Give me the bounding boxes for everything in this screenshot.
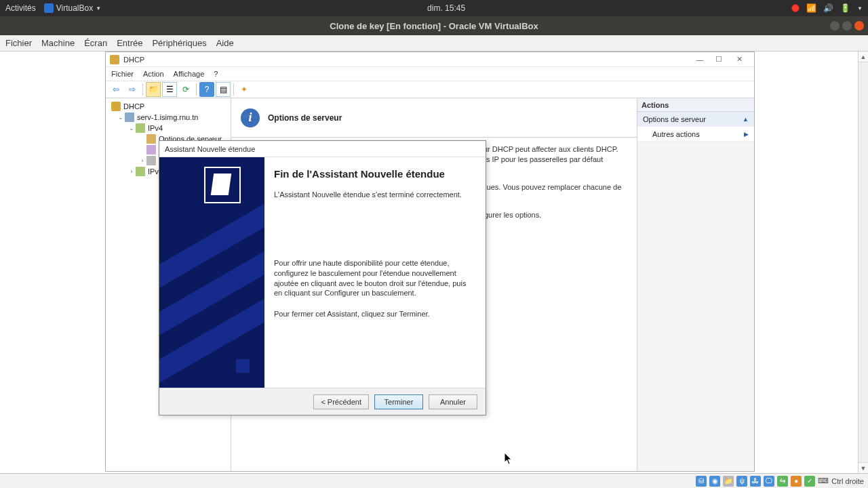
record-icon[interactable]: ● — [791, 476, 802, 487]
hostkey: Ctrl droite — [831, 477, 864, 485]
maximize-button[interactable]: ☐ — [709, 54, 728, 66]
ipv6-icon — [136, 167, 145, 176]
menu-fichier[interactable]: Fichier — [111, 70, 134, 78]
guest-display: ▲ ▼ DHCP — ☐ ✕ Fichier Action Affichage … — [0, 52, 868, 488]
menu-fichier[interactable]: Fichier — [5, 38, 32, 48]
menu-ecran[interactable]: Écran — [84, 38, 107, 48]
minimize-button[interactable] — [830, 21, 840, 30]
close-button[interactable] — [854, 21, 864, 30]
minimize-button[interactable]: — — [690, 54, 709, 66]
refresh-icon[interactable]: ⟳ — [178, 82, 193, 97]
network-icon[interactable]: 📶 — [806, 3, 816, 13]
guest-additions-icon[interactable]: ✓ — [804, 476, 815, 487]
menu-help[interactable]: ? — [214, 70, 218, 78]
info-icon: i — [241, 108, 260, 127]
vbox-window-title: Clone de key [En fonction] - Oracle VM V… — [330, 21, 538, 31]
dhcp-menubar: Fichier Action Affichage ? — [106, 67, 754, 81]
shared-icon[interactable]: ⇆ — [777, 476, 788, 487]
folder-up-icon[interactable]: 📁 — [146, 82, 161, 97]
back-button[interactable]: ⇦ — [108, 82, 123, 97]
tree-label: serv-1.isimg.rnu.tn — [137, 113, 198, 121]
vbox-titlebar: Clone de key [En fonction] - Oracle VM V… — [0, 16, 868, 35]
menu-action[interactable]: Action — [143, 70, 164, 78]
system-menu-icon[interactable]: ▼ — [857, 5, 863, 12]
finish-button[interactable]: Terminer — [374, 394, 423, 409]
hd-icon[interactable]: ⛁ — [696, 476, 707, 487]
wizard-text: L'Assistant Nouvelle étendue s'est termi… — [274, 190, 476, 200]
server-icon — [125, 113, 134, 122]
help-icon[interactable]: ? — [199, 82, 214, 97]
menu-machine[interactable]: Machine — [41, 38, 75, 48]
battery-icon[interactable]: 🔋 — [840, 3, 850, 13]
dhcp-titlebar[interactable]: DHCP — ☐ ✕ — [106, 52, 754, 67]
wizard-titlebar[interactable]: Assistant Nouvelle étendue — [159, 141, 486, 157]
app-name: VirtualBox — [56, 3, 93, 13]
action-label: Options de serveur — [643, 115, 706, 123]
wizard-heading: Fin de l'Assistant Nouvelle étendue — [274, 168, 476, 180]
folder-icon[interactable]: 📁 — [723, 476, 734, 487]
menu-peripheriques[interactable]: Périphériques — [152, 38, 206, 48]
keyboard-icon[interactable]: ⌨ — [818, 476, 829, 485]
wizard-text: Pour offrir une haute disponibilité pour… — [274, 258, 476, 298]
usb-icon[interactable]: ψ — [736, 476, 747, 487]
tree-ipv4[interactable]: ⌄ IPv4 — [108, 123, 228, 134]
chevron-down-icon: ▼ — [96, 5, 101, 12]
vbox-menu: Fichier Machine Écran Entrée Périphériqu… — [0, 35, 868, 52]
vbox-statusbar: ⛁ ◉ 📁 ψ 🖧 🖵 ⇆ ● ✓ ⌨ Ctrl droite — [0, 473, 868, 488]
display-icon[interactable]: 🖵 — [764, 476, 774, 487]
scroll-up-icon[interactable]: ▲ — [859, 52, 868, 62]
tree-server[interactable]: ⌄ serv-1.isimg.rnu.tn — [108, 112, 228, 123]
app-menu[interactable]: VirtualBox ▼ — [44, 3, 101, 13]
virtualbox-icon — [44, 3, 54, 13]
tree-root-dhcp[interactable]: DHCP — [108, 101, 228, 112]
options-icon — [146, 134, 156, 144]
maximize-button[interactable] — [842, 21, 852, 30]
wizard-text: Pour fermer cet Assistant, cliquez sur T… — [274, 309, 476, 319]
wizard-dialog: Assistant Nouvelle étendue Fin de l'Assi… — [159, 140, 486, 415]
network-icon[interactable]: 🖧 — [750, 476, 761, 487]
menu-aide[interactable]: Aide — [216, 38, 234, 48]
collapse-icon[interactable]: ⌄ — [127, 125, 136, 131]
action-label: Autres actions — [643, 130, 700, 138]
volume-icon[interactable]: 🔊 — [823, 3, 833, 13]
ipv4-icon — [136, 123, 145, 133]
wizard-content: Fin de l'Assistant Nouvelle étendue L'As… — [264, 157, 486, 388]
wizard-icon[interactable]: ✦ — [237, 82, 252, 97]
clock[interactable]: dim. 15:45 — [101, 3, 791, 13]
back-button[interactable]: < Précédent — [313, 394, 369, 409]
chevron-right-icon: ▶ — [744, 131, 749, 138]
expand-icon[interactable]: › — [138, 157, 146, 164]
dhcp-icon — [111, 102, 121, 111]
collapse-icon[interactable]: ⌄ — [117, 114, 125, 121]
action-autres[interactable]: Autres actions ▶ — [637, 127, 754, 142]
actions-header: Actions — [637, 98, 754, 112]
wizard-banner — [159, 157, 264, 388]
center-header: i Options de serveur — [231, 98, 637, 138]
dhcp-toolbar: ⇦ ⇨ 📁 ☰ ⟳ ? ▤ ✦ — [106, 81, 754, 98]
action-options-serveur[interactable]: Options de serveur ▲ — [637, 112, 754, 127]
strategies-icon — [146, 145, 156, 155]
scroll-down-icon[interactable]: ▼ — [859, 462, 868, 473]
vertical-scrollbar[interactable]: ▲ ▼ — [858, 52, 868, 473]
close-button[interactable]: ✕ — [728, 54, 750, 66]
wizard-button-row: < Précédent Terminer Annuler — [159, 388, 486, 415]
list-icon[interactable]: ▤ — [216, 82, 231, 97]
filter-icon — [146, 156, 156, 165]
forward-button[interactable]: ⇨ — [125, 82, 140, 97]
cancel-button[interactable]: Annuler — [429, 394, 477, 409]
record-icon[interactable] — [791, 4, 800, 12]
properties-icon[interactable]: ☰ — [162, 82, 177, 97]
page-title: Options de serveur — [268, 113, 342, 123]
tree-label: IPv4 — [148, 124, 163, 132]
tree-label: DHCP — [123, 102, 144, 110]
dhcp-window-title: DHCP — [123, 56, 144, 64]
chevron-up-icon: ▲ — [743, 116, 749, 123]
cd-icon[interactable]: ◉ — [709, 476, 720, 487]
menu-entree[interactable]: Entrée — [117, 38, 142, 48]
dhcp-app-icon — [110, 55, 119, 64]
ubuntu-top-bar: Activités VirtualBox ▼ dim. 15:45 📶 🔊 🔋 … — [0, 0, 868, 16]
expand-icon[interactable]: › — [127, 168, 136, 175]
activities-button[interactable]: Activités — [5, 3, 36, 13]
actions-panel: Actions Options de serveur ▲ Autres acti… — [637, 98, 754, 471]
menu-affichage[interactable]: Affichage — [174, 70, 205, 78]
